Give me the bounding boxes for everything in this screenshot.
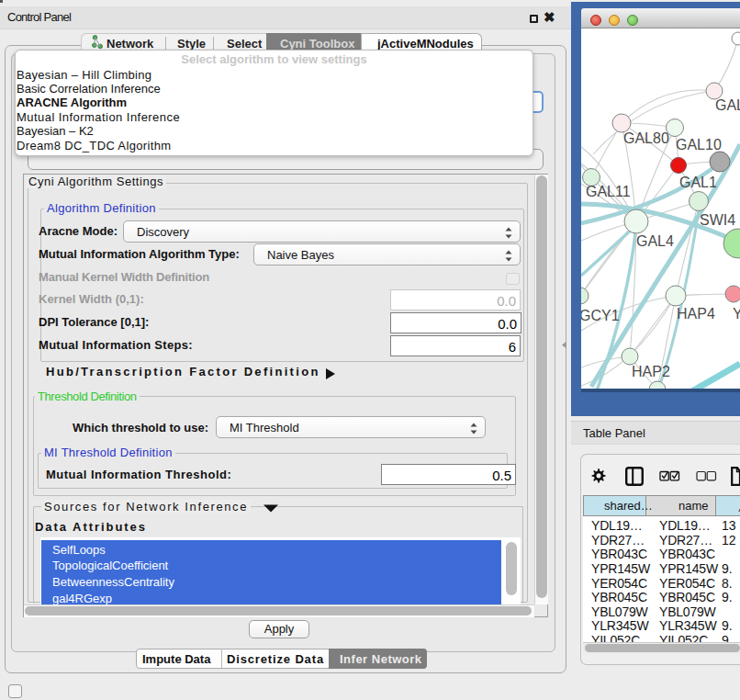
svg-text:HAP4: HAP4 — [677, 306, 715, 322]
svg-text:SWI4: SWI4 — [700, 212, 735, 228]
svg-text:GCY1: GCY1 — [581, 308, 620, 323]
svg-text:HAP2: HAP2 — [632, 364, 670, 379]
svg-text:GAL10: GAL10 — [676, 137, 722, 152]
svg-text:Y: Y — [733, 306, 740, 322]
svg-text:GAL: GAL — [715, 97, 740, 113]
svg-text:GAL80: GAL80 — [623, 130, 669, 146]
svg-text:GAL1: GAL1 — [679, 175, 717, 190]
svg-text:GAL4: GAL4 — [636, 233, 674, 249]
svg-text:GAL11: GAL11 — [586, 184, 631, 199]
